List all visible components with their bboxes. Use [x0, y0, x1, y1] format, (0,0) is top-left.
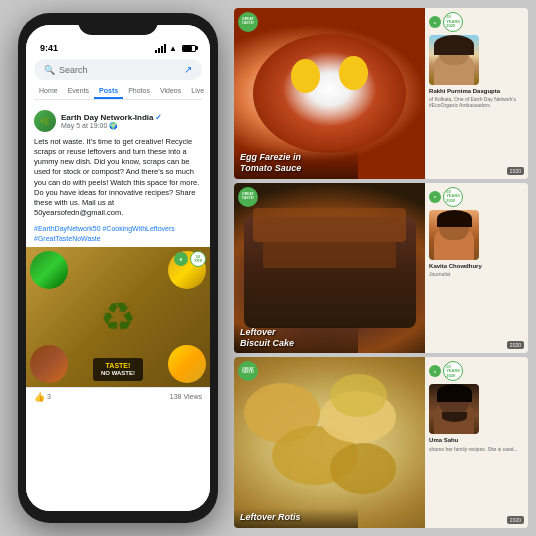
search-placeholder-text: Search — [59, 65, 88, 75]
main-container: 9:41 ▲ — [0, 0, 536, 536]
share-icon[interactable]: ↗ — [184, 64, 192, 75]
globe-icon: 🌍 — [109, 122, 118, 129]
post-hashtags: #EarthDayNetwork50 #CookingWithLeftovers… — [26, 222, 210, 247]
post-image: ♻ e 50YRS TASTE! NO WASTE! — [26, 247, 210, 387]
card2-great-taste-icon: GREATTASTE! — [238, 187, 258, 207]
signal-bars-icon — [155, 44, 166, 53]
card1-title-overlay: Egg Farezie inTomato Sauce — [234, 148, 358, 179]
card2-person-role: Journalist — [429, 271, 524, 277]
post-author-info: Earth Day Network-India ✓ May 5 at 19:00… — [61, 113, 202, 130]
card3-year-tag: 2020 — [507, 516, 524, 524]
card1-great-taste-icon: GREATTASTE! — [238, 12, 258, 32]
card1-earthday-logo: e — [429, 16, 441, 28]
card3-person-face — [429, 384, 479, 434]
card3-fifty-years-badge: 50YEARS2020 — [443, 361, 463, 381]
nav-videos[interactable]: Videos — [155, 84, 186, 99]
card2-person-face — [429, 210, 479, 260]
food-circle-bread — [30, 345, 68, 383]
card2-info: e 50YEARS2020 Kavita Chowdhury Journalis… — [425, 183, 528, 354]
recipe-cards-column: Egg Farezie inTomato Sauce GREATTASTE! e… — [234, 8, 528, 528]
card3-recipe-name: Leftover Rotis — [240, 512, 352, 523]
post-header: 🌿 Earth Day Network-India ✓ May 5 at 19:… — [26, 104, 210, 135]
card1-logos: e 50YEARS2020 — [429, 12, 524, 32]
recipe-card-2: LeftoverBiscuit Cake GREATTASTE! e 50YEA… — [234, 183, 528, 354]
like-icon: 👍 — [34, 392, 45, 402]
search-icon: 🔍 — [44, 65, 55, 75]
post-body-text: Lets not waste. It's time to get creativ… — [26, 135, 210, 222]
great-taste-no-waste-badge: TASTE! NO WASTE! — [93, 358, 143, 381]
fifty-years-small-badge: 50YRS — [190, 251, 206, 267]
phone-screen: 9:41 ▲ — [26, 25, 210, 511]
nav-photos[interactable]: Photos — [123, 84, 155, 99]
recipe-card-1: Egg Farezie inTomato Sauce GREATTASTE! e… — [234, 8, 528, 179]
wifi-icon: ▲ — [169, 44, 177, 53]
card1-info: e 50YEARS2020 Rakhi Purnima Dasgupta of … — [425, 8, 528, 179]
card2-person-photo — [429, 210, 479, 260]
card1-person-photo — [429, 35, 479, 85]
post-reactions[interactable]: 👍 3 — [34, 392, 51, 402]
nav-events[interactable]: Events — [63, 84, 94, 99]
nav-home[interactable]: Home — [34, 84, 63, 99]
card1-person-role: of Kolkata, One of Earth Day Network's #… — [429, 96, 524, 108]
card3-title-overlay: Leftover Rotis — [234, 508, 358, 528]
badge-great-line: TASTE! — [101, 361, 135, 370]
card1-person-face — [429, 35, 479, 85]
food-circle-broccoli — [30, 251, 68, 289]
card2-recipe-name: LeftoverBiscuit Cake — [240, 327, 352, 349]
great-taste-icon-text: GREATTASTE! — [242, 18, 254, 26]
facebook-post: 🌿 Earth Day Network-India ✓ May 5 at 19:… — [26, 104, 210, 511]
earthday-logo-small: e — [174, 252, 188, 266]
card3-person-role: shares her family recipes. She is used..… — [429, 446, 524, 452]
post-author-avatar: 🌿 — [34, 110, 56, 132]
badge-no-waste-line: NO WASTE! — [101, 370, 135, 378]
card2-fifty-years-badge: 50YEARS2020 — [443, 187, 463, 207]
card3-image: Leftover Rotis GREATTASTE! — [234, 357, 425, 528]
great-taste-icon-text-2: GREATTASTE! — [242, 193, 254, 201]
post-footer: 👍 3 138 Views — [26, 387, 210, 406]
card2-year-tag: 2020 — [507, 341, 524, 349]
food-circle-potato — [168, 345, 206, 383]
card3-logos: e 50YEARS2020 — [429, 361, 524, 381]
card1-recipe-name: Egg Farezie inTomato Sauce — [240, 152, 352, 174]
card3-info: e 50YEARS2020 Uma Sahu shares her famil — [425, 357, 528, 528]
nav-posts[interactable]: Posts — [94, 84, 123, 99]
card2-person-name: Kavita Chowdhury — [429, 263, 524, 270]
card1-year-tag: 2020 — [507, 167, 524, 175]
post-image-logos: e 50YRS — [174, 251, 206, 267]
phone-frame: 9:41 ▲ — [18, 13, 218, 523]
card2-logos: e 50YEARS2020 — [429, 187, 524, 207]
reactions-count: 3 — [47, 393, 51, 400]
card1-image: Egg Farezie inTomato Sauce GREATTASTE! — [234, 8, 425, 179]
battery-icon — [182, 45, 196, 52]
status-time: 9:41 — [40, 43, 58, 53]
phone-mockup: 9:41 ▲ — [8, 8, 228, 528]
card2-image: LeftoverBiscuit Cake GREATTASTE! — [234, 183, 425, 354]
card3-person-name: Uma Sahu — [429, 437, 524, 444]
facebook-header: 🔍 Search ↗ Home Events Posts Photos Vide… — [26, 55, 210, 104]
recipe-card-3: Leftover Rotis GREATTASTE! e 50YEARS2020 — [234, 357, 528, 528]
card1-fifty-years-badge: 50YEARS2020 — [443, 12, 463, 32]
search-bar[interactable]: 🔍 Search ↗ — [34, 59, 202, 80]
great-taste-icon-text-3: GREATTASTE! — [242, 368, 254, 376]
nav-about[interactable]: About — [209, 84, 210, 99]
card2-title-overlay: LeftoverBiscuit Cake — [234, 323, 358, 354]
recycle-symbol-icon: ♻ — [100, 297, 136, 337]
phone-notch — [78, 13, 158, 35]
card3-earthday-logo: e — [429, 365, 441, 377]
status-icons: ▲ — [155, 44, 196, 53]
post-author-name: Earth Day Network-India ✓ — [61, 113, 202, 122]
facebook-nav: Home Events Posts Photos Videos Live Abo… — [34, 84, 202, 100]
card2-earthday-logo: e — [429, 191, 441, 203]
card3-person-photo — [429, 384, 479, 434]
nav-live[interactable]: Live — [186, 84, 209, 99]
verified-badge-icon: ✓ — [155, 113, 162, 122]
post-date: May 5 at 19:00 🌍 — [61, 122, 202, 130]
leftover-rotis-food-image — [234, 357, 425, 528]
card1-person-name: Rakhi Purnima Dasgupta — [429, 88, 524, 95]
views-count: 138 Views — [170, 393, 202, 400]
